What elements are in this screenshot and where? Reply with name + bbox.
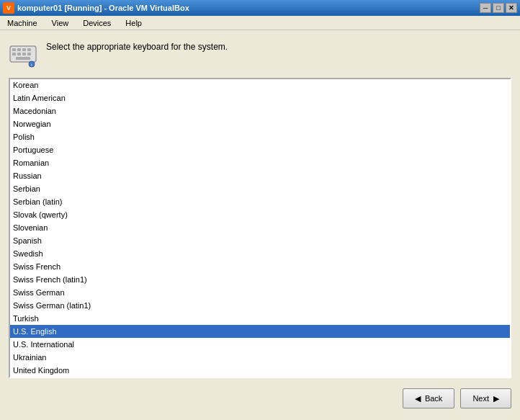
header-instruction: Select the appropriate keyboard for the …	[46, 39, 228, 52]
next-label: Next	[472, 394, 489, 403]
list-item[interactable]: Swiss German (latin1)	[10, 299, 510, 312]
keyboard-icon: i	[9, 39, 37, 69]
back-label: Back	[425, 394, 442, 403]
list-item[interactable]: Portuguese	[10, 143, 510, 156]
list-item[interactable]: Swedish	[10, 247, 510, 260]
svg-rect-5	[12, 53, 16, 55]
list-item[interactable]: Swiss French (latin1)	[10, 273, 510, 286]
menu-view[interactable]: View	[48, 17, 73, 29]
button-bar: ◀ Back Next ▶	[9, 385, 511, 411]
list-item[interactable]: Norwegian	[10, 117, 510, 130]
svg-rect-3	[22, 48, 26, 51]
list-item[interactable]: Latin American	[10, 91, 510, 104]
svg-rect-8	[27, 53, 31, 55]
list-item[interactable]: Turkish	[10, 312, 510, 325]
svg-rect-4	[27, 48, 31, 51]
list-item[interactable]: Macedonian	[10, 104, 510, 117]
list-item[interactable]: Swiss French	[10, 260, 510, 273]
close-button[interactable]: ✕	[506, 3, 517, 13]
svg-rect-2	[17, 48, 21, 51]
list-item[interactable]: Korean	[10, 79, 510, 91]
svg-text:i: i	[31, 63, 32, 67]
main-content: i Select the appropriate keyboard for th…	[0, 30, 520, 420]
list-item[interactable]: Swiss German	[10, 286, 510, 299]
title-bar: V komputer01 [Running] - Oracle VM Virtu…	[0, 0, 520, 16]
menu-bar: Machine View Devices Help	[0, 16, 520, 30]
back-arrow-icon: ◀	[415, 394, 421, 403]
next-arrow-icon: ▶	[493, 394, 499, 403]
list-item[interactable]: Ukrainian	[10, 351, 510, 364]
list-item[interactable]: U.S. English	[10, 325, 510, 338]
list-item[interactable]: Polish	[10, 130, 510, 143]
list-item[interactable]: Slovenian	[10, 221, 510, 234]
window-controls: ─ □ ✕	[480, 3, 517, 13]
list-item[interactable]: United Kingdom	[10, 364, 510, 377]
list-item[interactable]: Spanish	[10, 234, 510, 247]
list-item[interactable]: Serbian (latin)	[10, 195, 510, 208]
svg-rect-7	[22, 53, 26, 55]
svg-rect-9	[16, 57, 30, 60]
keyboard-list-scroll[interactable]: ItalianItalian (IBM)Italian (it2)Japanes…	[10, 79, 510, 377]
list-item[interactable]: Romanian	[10, 156, 510, 169]
menu-devices[interactable]: Devices	[79, 17, 115, 29]
menu-help[interactable]: Help	[121, 17, 146, 29]
minimize-button[interactable]: ─	[480, 3, 491, 13]
list-item[interactable]: Serbian	[10, 182, 510, 195]
header-area: i Select the appropriate keyboard for th…	[9, 39, 511, 69]
back-button[interactable]: ◀ Back	[403, 388, 454, 408]
keyboard-list-container: ItalianItalian (IBM)Italian (it2)Japanes…	[9, 78, 511, 378]
list-item[interactable]: Slovak (qwerty)	[10, 208, 510, 221]
list-item[interactable]: Russian	[10, 169, 510, 182]
menu-machine[interactable]: Machine	[3, 17, 42, 29]
next-button[interactable]: Next ▶	[460, 388, 511, 408]
svg-rect-1	[12, 48, 16, 51]
app-icon: V	[3, 2, 14, 14]
window-title: komputer01 [Running] - Oracle VM Virtual…	[17, 4, 189, 12]
maximize-button[interactable]: □	[493, 3, 504, 13]
list-item[interactable]: U.S. International	[10, 338, 510, 351]
svg-rect-6	[17, 53, 21, 55]
